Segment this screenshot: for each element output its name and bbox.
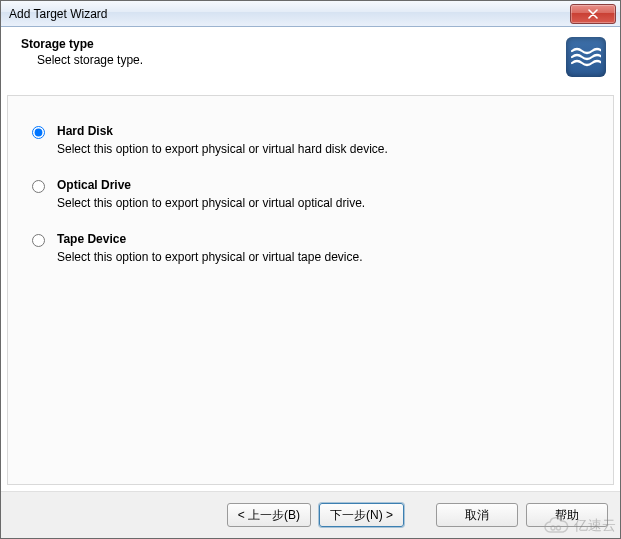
option-title: Optical Drive xyxy=(57,178,589,192)
wizard-content: Hard Disk Select this option to export p… xyxy=(7,95,614,485)
product-logo xyxy=(566,37,606,77)
back-button[interactable]: < 上一步(B) xyxy=(227,503,311,527)
close-icon xyxy=(588,9,598,19)
button-row: < 上一步(B) 下一步(N) > 取消 帮助 xyxy=(1,491,620,538)
radio-tape-device[interactable] xyxy=(32,234,45,247)
cancel-button[interactable]: 取消 xyxy=(436,503,518,527)
window-title: Add Target Wizard xyxy=(9,7,570,21)
waves-icon xyxy=(571,46,601,68)
titlebar: Add Target Wizard xyxy=(1,1,620,27)
radio-hard-disk[interactable] xyxy=(32,126,45,139)
option-hard-disk[interactable]: Hard Disk Select this option to export p… xyxy=(32,124,589,156)
option-desc: Select this option to export physical or… xyxy=(57,142,589,156)
wizard-window: Add Target Wizard Storage type Select st… xyxy=(0,0,621,539)
option-text: Hard Disk Select this option to export p… xyxy=(57,124,589,156)
option-title: Hard Disk xyxy=(57,124,589,138)
wizard-header: Storage type Select storage type. xyxy=(1,27,620,89)
header-text: Storage type Select storage type. xyxy=(21,37,566,67)
close-button[interactable] xyxy=(570,4,616,24)
radio-optical-drive[interactable] xyxy=(32,180,45,193)
help-button[interactable]: 帮助 xyxy=(526,503,608,527)
header-title: Storage type xyxy=(21,37,566,51)
option-text: Tape Device Select this option to export… xyxy=(57,232,589,264)
option-desc: Select this option to export physical or… xyxy=(57,250,589,264)
option-text: Optical Drive Select this option to expo… xyxy=(57,178,589,210)
header-subtitle: Select storage type. xyxy=(21,53,566,67)
option-tape-device[interactable]: Tape Device Select this option to export… xyxy=(32,232,589,264)
option-optical-drive[interactable]: Optical Drive Select this option to expo… xyxy=(32,178,589,210)
next-button[interactable]: 下一步(N) > xyxy=(319,503,404,527)
option-title: Tape Device xyxy=(57,232,589,246)
option-desc: Select this option to export physical or… xyxy=(57,196,589,210)
